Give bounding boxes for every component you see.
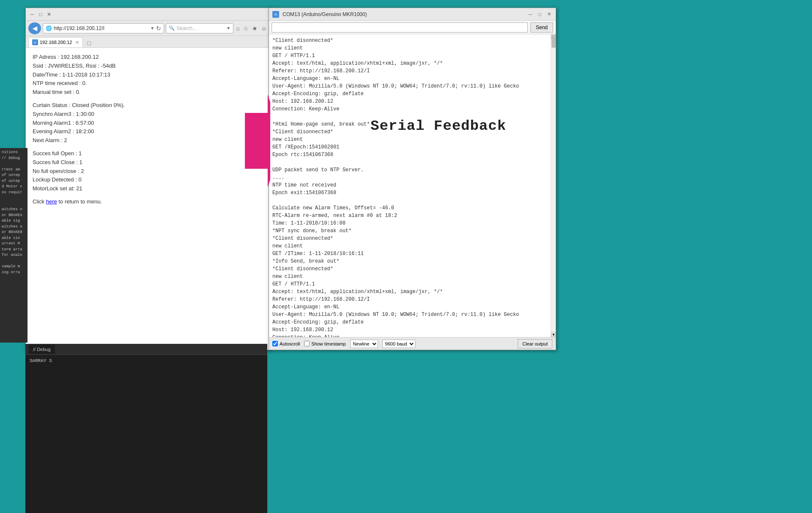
no-full-line: No full open/close : 2: [33, 167, 263, 176]
scroll-thumb[interactable]: [551, 35, 556, 48]
serial-scrollbar[interactable]: ▲ ▼: [551, 34, 556, 337]
morning-alarm-line: Morning Alarm1 : 6:57:00: [33, 119, 263, 128]
left-sidebar-code: nitions // Debug rrent am of ustep of us…: [0, 148, 27, 343]
successful-open-line: Succes full Open : 1: [33, 149, 263, 158]
newline-select[interactable]: Newline: [350, 340, 378, 348]
stats-section: Succes full Open : 1 Succes full Close :…: [33, 149, 263, 193]
lockup-line: Lockup Detected : 0: [33, 176, 263, 184]
tools-icon[interactable]: ☺: [260, 24, 268, 33]
back-button[interactable]: ◀: [28, 22, 41, 34]
serial-statusbar: Autoscroll Show timestamp Newline 9600 b…: [269, 337, 556, 350]
favorites-icon[interactable]: ★: [251, 24, 258, 33]
autoscroll-label: Autoscroll: [280, 341, 300, 346]
serial-content-area: *Client disonnected* new client GET / HT…: [269, 34, 556, 337]
browser-favicon: 🌐: [46, 25, 52, 31]
timestamp-checkbox-label[interactable]: Show timestamp: [304, 341, 346, 346]
serial-title-left: A COM13 (Arduino/Genuino MKR1000): [272, 11, 367, 18]
return-text: to return to menu.: [57, 198, 102, 205]
address-bar[interactable]: 🌐 http://192.168.200.12/I ▼ ↻: [43, 23, 164, 33]
close-button[interactable]: ✕: [46, 11, 52, 17]
successful-close-line: Succes full Close : 1: [33, 158, 263, 167]
synchro-alarm-line: Synchro Alarm3 : 1:30:00: [33, 110, 263, 119]
toolbar-icons: ⌂ ☆ ★ ☺: [235, 24, 268, 33]
tab-label: 192.168.200.12: [40, 40, 72, 45]
serial-input-bar: Send: [269, 21, 556, 34]
ssid-line: Ssid : JVWIRELESS, Rssi : -54dB: [33, 62, 263, 71]
code-editor-tab-bar: // Debug: [25, 344, 267, 355]
send-button[interactable]: Send: [530, 22, 553, 33]
baud-rate-select[interactable]: 9600 baud: [382, 340, 415, 348]
minimize-button[interactable]: ─: [29, 11, 35, 17]
code-tab-debug[interactable]: // Debug: [29, 345, 55, 354]
motor-lock-line: MotorLock set at: 21: [33, 184, 263, 193]
clear-output-button[interactable]: Clear output: [518, 339, 552, 348]
ntp-time-line: NTP time received : 0.: [33, 79, 263, 88]
search-placeholder: Search...: [176, 25, 197, 31]
code-line: SARRAY S: [30, 357, 263, 365]
browser-toolbar: ◀ 🌐 http://192.168.200.12/I ▼ ↻ 🔍 Search…: [26, 21, 270, 36]
evening-alarm-line: Evening Alarm2 : 18:2:00: [33, 127, 263, 136]
url-text: http://192.168.200.12/I: [54, 25, 148, 31]
dropdown-icon[interactable]: ▼: [150, 26, 154, 30]
serial-maximize-button[interactable]: □: [536, 11, 543, 18]
autoscroll-checkbox[interactable]: [272, 341, 278, 346]
return-menu-line: Click here to return to menu.: [33, 198, 263, 206]
bottom-code-area: // Debug SARRAY S: [25, 344, 267, 513]
star-icon[interactable]: ☆: [242, 24, 250, 33]
browser-tabs: e 192.168.200.12 ✕ □: [26, 36, 270, 48]
browser-content: IP Adress : 192.168.200.12 Ssid : JVWIRE…: [26, 48, 270, 350]
timestamp-label: Show timestamp: [311, 341, 346, 346]
serial-monitor-window: A COM13 (Arduino/Genuino MKR1000) ─ □ ✕ …: [269, 8, 556, 350]
refresh-icon[interactable]: ↻: [156, 25, 161, 32]
timestamp-checkbox[interactable]: [304, 341, 310, 346]
browser-titlebar: ─ □ ✕: [26, 8, 270, 21]
click-text: Click: [33, 198, 46, 205]
serial-input-field[interactable]: [272, 22, 528, 33]
serial-minimize-button[interactable]: ─: [527, 11, 534, 18]
alarm-section: Curtain Status : Closed (Position 0%). S…: [33, 101, 263, 145]
here-link[interactable]: here: [46, 198, 57, 205]
datetime-line: Date/Time : 1-11-2018 10:17:13: [33, 71, 263, 80]
ip-address-line: IP Adress : 192.168.200.12: [33, 53, 263, 62]
serial-output[interactable]: *Client disonnected* new client GET / HT…: [269, 34, 551, 337]
autoscroll-checkbox-label[interactable]: Autoscroll: [272, 341, 300, 346]
maximize-button[interactable]: □: [38, 11, 44, 17]
active-tab[interactable]: e 192.168.200.12 ✕: [28, 37, 83, 47]
new-tab-button[interactable]: □: [85, 39, 93, 47]
next-alarm-line: Next Alarm : 2: [33, 136, 263, 145]
arrow-decoration: [245, 94, 270, 189]
svg-marker-0: [245, 94, 270, 187]
serial-title-text: COM13 (Arduino/Genuino MKR1000): [283, 11, 367, 17]
search-icon: 🔍: [169, 25, 175, 31]
scroll-down-arrow[interactable]: ▼: [551, 332, 556, 337]
manual-time-line: Manual time set : 0.: [33, 88, 263, 97]
tab-close-button[interactable]: ✕: [75, 40, 79, 45]
serial-titlebar: A COM13 (Arduino/Genuino MKR1000) ─ □ ✕: [269, 8, 556, 21]
sidebar-code-content: nitions // Debug rrent am of ustep of us…: [0, 148, 27, 277]
search-dropdown-icon[interactable]: ▼: [226, 26, 230, 30]
curtain-status-line: Curtain Status : Closed (Position 0%).: [33, 101, 263, 110]
link-section: Click here to return to menu.: [33, 198, 263, 206]
serial-favicon: A: [272, 11, 279, 18]
home-icon[interactable]: ⌂: [235, 24, 240, 33]
tab-favicon: e: [32, 39, 38, 45]
code-editor-content: SARRAY S: [25, 355, 267, 513]
serial-title-controls: ─ □ ✕: [527, 11, 552, 18]
search-bar[interactable]: 🔍 Search... ▼: [166, 23, 233, 33]
serial-close-button[interactable]: ✕: [546, 11, 552, 18]
browser-window: ─ □ ✕ ◀ 🌐 http://192.168.200.12/I ▼ ↻ 🔍 …: [25, 8, 271, 350]
